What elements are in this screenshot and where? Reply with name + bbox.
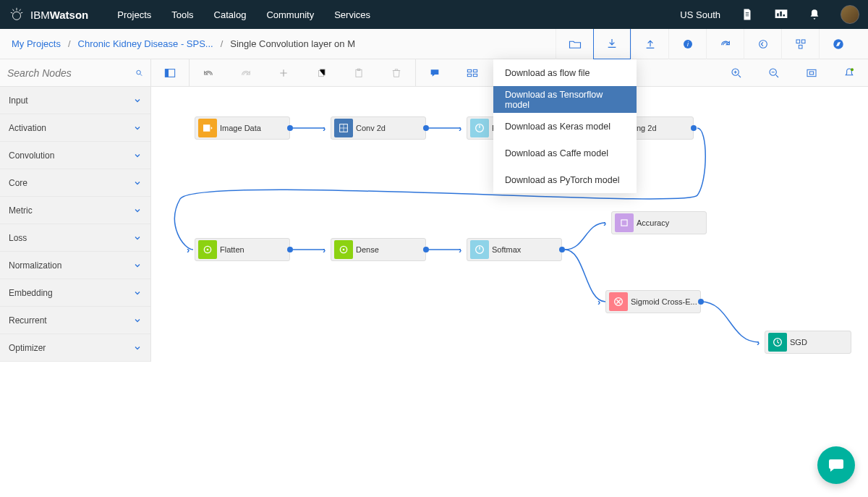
palette-recurrent[interactable]: Recurrent — [0, 307, 150, 334]
node-label: Softmax — [492, 245, 521, 254]
svg-rect-27 — [473, 74, 477, 76]
download-tensorflow[interactable]: Download as Tensorflow model — [493, 86, 637, 113]
dense-icon — [334, 240, 353, 259]
chat-fab[interactable] — [817, 446, 855, 484]
node-image-data[interactable]: Image Data — [195, 116, 290, 140]
node-loss[interactable]: › Sigmoid Cross-E... — [605, 290, 701, 313]
palette-metric[interactable]: Metric — [0, 197, 150, 224]
nav-community[interactable]: Community — [266, 9, 314, 20]
svg-rect-25 — [473, 69, 477, 72]
svg-line-18 — [140, 74, 142, 75]
crumb-actions: i — [556, 29, 856, 59]
crumb-my-projects[interactable]: My Projects — [12, 38, 61, 49]
nav-catalog[interactable]: Catalog — [214, 9, 247, 20]
palette-embedding[interactable]: Embedding — [0, 279, 150, 307]
svg-point-17 — [137, 70, 141, 75]
avatar[interactable] — [841, 5, 859, 24]
chevron-down-icon — [133, 124, 142, 132]
node-softmax[interactable]: › Softmax — [467, 238, 562, 261]
bell-badge-icon[interactable] — [830, 59, 868, 87]
palette-input[interactable]: Input — [0, 87, 150, 114]
svg-line-5 — [21, 12, 23, 13]
node-dense[interactable]: › Dense — [331, 238, 426, 261]
loss-icon — [609, 292, 628, 311]
upload-icon[interactable] — [631, 29, 668, 59]
delete-icon[interactable] — [378, 59, 415, 87]
node-label: SGD — [790, 338, 807, 347]
palette-loss[interactable]: Loss — [0, 224, 150, 252]
breadcrumb-bar: My Projects / Chronic Kidney Disease - S… — [0, 29, 868, 59]
palette-activation[interactable]: Activation — [0, 114, 150, 142]
accuracy-icon — [615, 213, 634, 232]
svg-rect-9 — [783, 14, 786, 17]
svg-rect-8 — [780, 12, 782, 17]
download-icon[interactable] — [593, 29, 631, 59]
optimizer-icon — [768, 333, 787, 352]
node-accuracy[interactable]: › Accuracy — [611, 211, 707, 234]
flatten-icon — [198, 240, 217, 259]
action2-icon[interactable] — [744, 29, 781, 59]
search-icon[interactable] — [135, 67, 143, 80]
activation-icon — [470, 119, 489, 137]
zoom-out-icon[interactable] — [755, 59, 793, 87]
node-label: Sigmoid Cross-E... — [631, 297, 697, 306]
palette-convolution[interactable]: Convolution — [0, 142, 150, 169]
node-label: Flatten — [220, 245, 244, 254]
svg-point-38 — [343, 249, 345, 251]
chevron-down-icon — [133, 261, 142, 270]
download-menu: Download as flow file Download as Tensor… — [493, 59, 637, 193]
document-icon[interactable] — [741, 8, 754, 21]
crumb-current: Single Convolution layer on M — [230, 38, 355, 49]
chevron-down-icon — [133, 289, 142, 297]
svg-line-4 — [11, 12, 13, 13]
node-sgd[interactable]: › SGD — [765, 331, 851, 354]
crumb-sep: / — [68, 38, 71, 49]
chevron-down-icon — [133, 344, 142, 352]
copy-icon[interactable] — [302, 59, 340, 87]
crumb-project[interactable]: Chronic Kidney Disease - SPS... — [78, 38, 213, 49]
nav-tools[interactable]: Tools — [171, 9, 193, 20]
chevron-down-icon — [133, 206, 142, 215]
search-input[interactable] — [7, 67, 135, 79]
region-label[interactable]: US South — [680, 9, 720, 20]
palette-core[interactable]: Core — [0, 169, 150, 197]
nav-projects[interactable]: Projects — [117, 9, 151, 20]
layout-icon[interactable] — [781, 29, 819, 59]
action1-icon[interactable] — [706, 29, 744, 59]
image-data-icon — [198, 119, 217, 137]
add-icon[interactable] — [265, 59, 302, 87]
node-label: Conv 2d — [356, 124, 386, 132]
svg-point-12 — [759, 40, 767, 48]
layout2-icon[interactable] — [454, 59, 491, 87]
svg-point-36 — [207, 249, 209, 251]
comment-icon[interactable] — [416, 59, 454, 87]
nav-right: US South — [680, 5, 859, 24]
download-flow-file[interactable]: Download as flow file — [493, 59, 637, 86]
bell-icon[interactable] — [809, 8, 820, 21]
node-flatten[interactable]: › Flatten — [195, 238, 290, 261]
nav-services[interactable]: Services — [334, 9, 370, 20]
palette-normalization[interactable]: Normalization — [0, 252, 150, 279]
fit-icon[interactable] — [793, 59, 830, 87]
compass-icon[interactable] — [819, 29, 856, 59]
node-pooling[interactable]: ng 2d — [629, 116, 694, 140]
open-icon[interactable] — [556, 29, 593, 59]
zoom-in-icon[interactable] — [718, 59, 755, 87]
download-keras[interactable]: Download as Keras model — [493, 113, 637, 140]
svg-rect-15 — [799, 45, 802, 48]
undo-icon[interactable] — [190, 59, 227, 87]
download-caffe[interactable]: Download as Caffe model — [493, 140, 637, 166]
svg-rect-26 — [467, 74, 471, 76]
node-label: Image Data — [220, 124, 261, 132]
svg-rect-30 — [807, 69, 816, 76]
info-icon[interactable]: i — [668, 29, 706, 59]
panel-toggle-icon[interactable] — [151, 59, 189, 87]
download-pytorch[interactable]: Download as PyTorch model — [493, 166, 637, 193]
dashboard-icon[interactable] — [774, 8, 788, 21]
palette-optimizer[interactable]: Optimizer — [0, 334, 150, 362]
node-conv2d[interactable]: › Conv 2d — [331, 116, 426, 140]
paste-icon[interactable] — [340, 59, 378, 87]
redo-icon[interactable] — [227, 59, 265, 87]
brand-text-bold: Watson — [50, 9, 89, 21]
brand-logo[interactable]: IBM Watson — [9, 7, 88, 22]
